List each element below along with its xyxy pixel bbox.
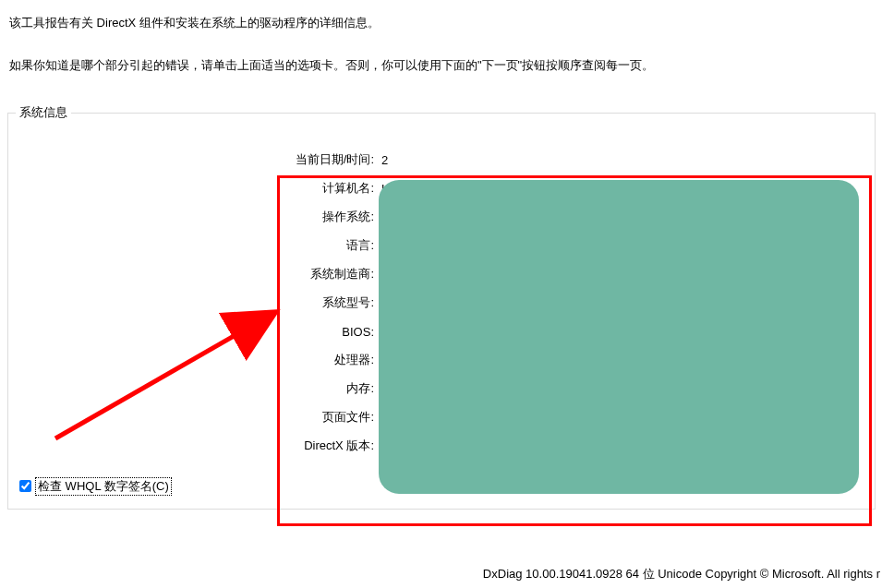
info-label: 处理器: [267,352,378,368]
info-row: 系统型号:T [267,289,865,318]
footer-text: DxDiag 10.00.19041.0928 64 位 Unicode Cop… [0,566,882,582]
info-label: 内存: [267,380,378,397]
info-row: 语言:中 [267,232,865,260]
info-value: V [378,210,390,224]
info-value: A [378,268,390,282]
info-value: 8 [378,382,388,396]
info-row: DirectX 版本:D [267,432,865,461]
info-value: 8 [378,411,388,425]
fieldset-legend: 系统信息 [16,104,71,121]
info-label: BIOS: [267,325,378,339]
info-value: D [378,439,390,453]
info-label: 计算机名: [267,180,378,197]
info-row: 当前日期/时间:2 [267,146,865,174]
info-value: T [378,296,389,310]
info-value: L [378,182,388,196]
info-label: 系统制造商: [267,266,378,282]
info-label: DirectX 版本: [267,438,378,454]
intro-line-2: 如果你知道是哪个部分引起的错误，请单击上面适当的选项卡。否则，你可以使用下面的"… [9,56,873,76]
info-row: 内存:8 [267,375,865,403]
intro-line-1: 该工具报告有关 DirectX 组件和安装在系统上的驱动程序的详细信息。 [9,14,873,33]
info-value: I [378,354,385,367]
info-row: 计算机名:L [267,174,865,203]
info-label: 操作系统: [267,209,378,225]
info-value: 中 [378,237,393,254]
whql-checkbox-row: 检查 WHQL 数字签名(C) [19,477,172,496]
info-label: 当前日期/时间: [267,151,378,168]
system-info-fieldset: 系统信息 当前日期/时间:2计算机名:L操作系统:V语言:中系统制造商:A系统型… [7,113,876,510]
intro-text: 该工具报告有关 DirectX 组件和安装在系统上的驱动程序的详细信息。 如果你… [0,0,882,76]
info-label: 语言: [267,237,378,254]
info-value: 2 [378,153,388,167]
info-row: 操作系统:V [267,203,865,232]
info-rows: 当前日期/时间:2计算机名:L操作系统:V语言:中系统制造商:A系统型号:TBI… [267,146,865,461]
info-label: 页面文件: [267,409,378,426]
whql-checkbox[interactable] [19,480,31,492]
whql-checkbox-label[interactable]: 检查 WHQL 数字签名(C) [35,477,172,496]
info-row: 处理器:I [267,346,865,375]
info-row: 系统制造商:A [267,260,865,289]
info-label: 系统型号: [267,294,378,311]
info-row: 页面文件:8 [267,403,865,432]
info-row: BIOS:F [267,318,865,346]
info-value: F [378,325,389,339]
